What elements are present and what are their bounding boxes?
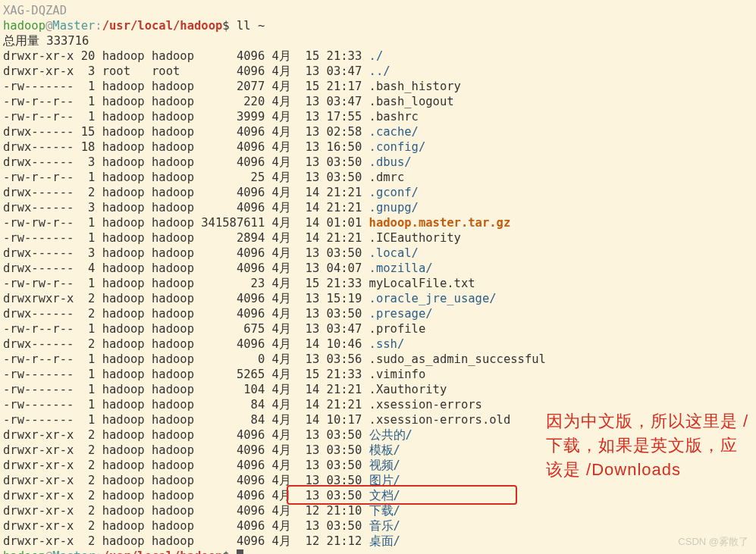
watermark: CSDN @雾散了 xyxy=(678,534,748,549)
annotation-text: 因为中文版，所以这里是 /下载，如果是英文版，应该是 /Downloads xyxy=(546,409,751,482)
